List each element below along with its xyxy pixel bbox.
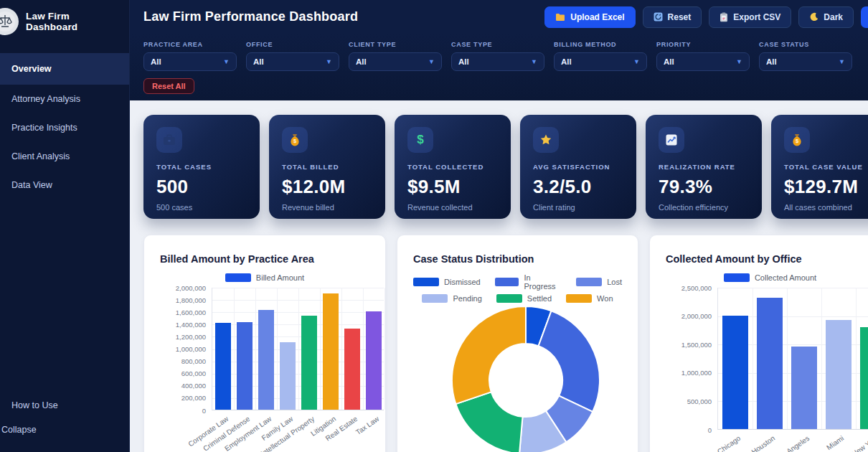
export-csv-button[interactable]: Export CSV bbox=[709, 6, 791, 28]
filter-office: OFFICE All ▼ bbox=[246, 41, 339, 71]
legend-swatch bbox=[422, 294, 448, 303]
reset-label: Reset bbox=[668, 12, 692, 22]
chevron-down-icon: ▼ bbox=[326, 58, 332, 65]
sidebar-item-overview[interactable]: Overview bbox=[0, 53, 129, 85]
kpi-value: $129.7M bbox=[784, 176, 868, 198]
reset-all-button[interactable]: Reset All bbox=[143, 78, 194, 94]
kpi-total-billed: $ TOTAL BILLED $12.0M Revenue billed bbox=[269, 115, 385, 219]
billing-method-select[interactable]: All ▼ bbox=[554, 52, 647, 71]
sidebar-item-attorney-analysis[interactable]: Attorney Analysis bbox=[0, 85, 129, 113]
reset-icon bbox=[654, 12, 663, 22]
upload-excel-button[interactable]: Upload Excel bbox=[544, 6, 635, 28]
donut-slice-won bbox=[451, 306, 525, 404]
plot-area: ChicagoHoustonLos AngelesMiamiNew York bbox=[717, 288, 868, 452]
chart-title: Billed Amount by Practice Area bbox=[160, 253, 385, 265]
filter-label: CLIENT TYPE bbox=[349, 41, 442, 48]
upload-excel-label: Upload Excel bbox=[570, 12, 624, 22]
case-status-select[interactable]: All ▼ bbox=[759, 52, 852, 71]
bar-miami bbox=[826, 320, 852, 429]
case-type-select[interactable]: All ▼ bbox=[451, 52, 544, 71]
selected-value: All bbox=[766, 57, 777, 66]
selected-value: All bbox=[458, 57, 469, 66]
kpi-row: TOTAL CASES 500 500 cases $ TOTAL BILLED… bbox=[143, 115, 868, 219]
chevron-down-icon: ▼ bbox=[736, 58, 742, 65]
briefcase-icon bbox=[156, 127, 182, 153]
selected-value: All bbox=[253, 57, 264, 66]
chart-legend: DismissedIn ProgressLostPendingSettledWo… bbox=[413, 273, 622, 303]
filter-bar: PRACTICE AREA All ▼ OFFICE All ▼ CLIENT … bbox=[130, 34, 868, 100]
kpi-total-case-value: $ TOTAL CASE VALUE $129.7M All cases com… bbox=[771, 115, 868, 219]
legend-swatch bbox=[496, 294, 522, 303]
legend-item[interactable]: Billed Amount bbox=[225, 273, 304, 282]
main-content: TOTAL CASES 500 500 cases $ TOTAL BILLED… bbox=[130, 100, 868, 452]
sidebar-collapse-button[interactable]: Collapse bbox=[0, 418, 129, 442]
kpi-label: AVG SATISFACTION bbox=[533, 163, 623, 171]
office-select[interactable]: All ▼ bbox=[246, 52, 339, 71]
reset-button[interactable]: Reset bbox=[643, 6, 702, 28]
dark-mode-toggle[interactable]: Dark bbox=[798, 6, 854, 28]
money-bag-icon: $ bbox=[784, 127, 810, 153]
chevron-down-icon: ▼ bbox=[839, 58, 845, 65]
chevron-down-icon: ▼ bbox=[633, 58, 640, 65]
legend-item[interactable]: Settled bbox=[496, 294, 552, 303]
sidebar-title: Law Firm Dashboard bbox=[26, 11, 122, 32]
kpi-sub: All cases combined bbox=[784, 203, 868, 212]
x-tick-label: Chicago bbox=[716, 434, 742, 452]
x-tick-label: Tax Law bbox=[354, 415, 380, 436]
kpi-value: $9.5M bbox=[407, 176, 498, 198]
bar-corporate-law bbox=[215, 323, 231, 410]
bar-los-angeles bbox=[791, 347, 817, 429]
sidebar-item-data-view[interactable]: Data View bbox=[0, 171, 129, 199]
kpi-label: REALIZATION RATE bbox=[659, 163, 749, 171]
sidebar-item-client-analysis[interactable]: Client Analysis bbox=[0, 142, 129, 171]
legend-swatch bbox=[495, 278, 519, 286]
legend-item[interactable]: Lost bbox=[576, 273, 622, 291]
legend-item[interactable]: In Progress bbox=[495, 273, 562, 291]
cut-off-button[interactable] bbox=[861, 6, 868, 28]
y-axis: 2,000,0001,800,0001,600,0001,400,0001,20… bbox=[160, 288, 212, 410]
y-tick-label: 1,400,000 bbox=[176, 321, 206, 329]
x-tick-label: Miami bbox=[825, 434, 845, 451]
y-tick-label: 1,000,000 bbox=[681, 369, 712, 377]
selected-value: All bbox=[356, 57, 367, 66]
charts-row: Billed Amount by Practice Area Billed Am… bbox=[143, 235, 868, 452]
scales-logo-icon bbox=[0, 11, 16, 32]
x-axis-labels: Corporate LawCriminal DefenseEmployment … bbox=[212, 410, 384, 445]
dollar-icon: $ bbox=[407, 127, 433, 153]
filter-case-status: CASE STATUS All ▼ bbox=[759, 41, 852, 71]
legend-item[interactable]: Pending bbox=[422, 294, 481, 303]
x-tick-label: Los Angeles bbox=[774, 434, 811, 452]
chart-billed-by-practice-area: Billed Amount by Practice Area Billed Am… bbox=[143, 235, 386, 452]
filter-label: PRIORITY bbox=[656, 41, 750, 48]
kpi-realization-rate: REALIZATION RATE 79.3% Collection effici… bbox=[646, 115, 762, 219]
sidebar-item-how-to-use[interactable]: How to Use bbox=[0, 393, 129, 418]
kpi-label: TOTAL COLLECTED bbox=[407, 163, 498, 171]
bar-houston bbox=[757, 298, 783, 429]
y-tick-label: 2,000,000 bbox=[176, 284, 206, 292]
legend-label: In Progress bbox=[524, 273, 562, 291]
legend-item[interactable]: Won bbox=[566, 294, 613, 303]
sidebar-nav: Overview Attorney Analysis Practice Insi… bbox=[0, 53, 129, 199]
x-axis-labels: ChicagoHoustonLos AngelesMiamiNew York bbox=[717, 430, 868, 452]
bar-real-estate bbox=[344, 329, 360, 410]
moon-icon bbox=[809, 12, 819, 22]
y-tick-label: 0 bbox=[202, 407, 206, 415]
filter-practice-area: PRACTICE AREA All ▼ bbox=[143, 41, 237, 71]
money-bag-icon: $ bbox=[282, 127, 308, 153]
y-tick-label: 0 bbox=[708, 426, 712, 434]
clipboard-icon bbox=[720, 12, 728, 22]
practice-area-select[interactable]: All ▼ bbox=[143, 52, 237, 71]
legend-item[interactable]: Dismissed bbox=[413, 273, 481, 291]
chart-legend: Billed Amount bbox=[160, 273, 369, 282]
selected-value: All bbox=[664, 57, 674, 66]
y-tick-label: 600,000 bbox=[181, 369, 206, 377]
bar-tax-law bbox=[366, 311, 382, 410]
filter-priority: PRIORITY All ▼ bbox=[656, 41, 750, 71]
client-type-select[interactable]: All ▼ bbox=[349, 52, 442, 71]
legend-item[interactable]: Collected Amount bbox=[724, 273, 816, 282]
sidebar-item-practice-insights[interactable]: Practice Insights bbox=[0, 113, 129, 142]
legend-label: Collected Amount bbox=[755, 273, 816, 282]
priority-select[interactable]: All ▼ bbox=[656, 52, 750, 71]
brand-row: Law Firm Dashboard bbox=[0, 0, 129, 43]
firm-logo bbox=[0, 8, 19, 35]
